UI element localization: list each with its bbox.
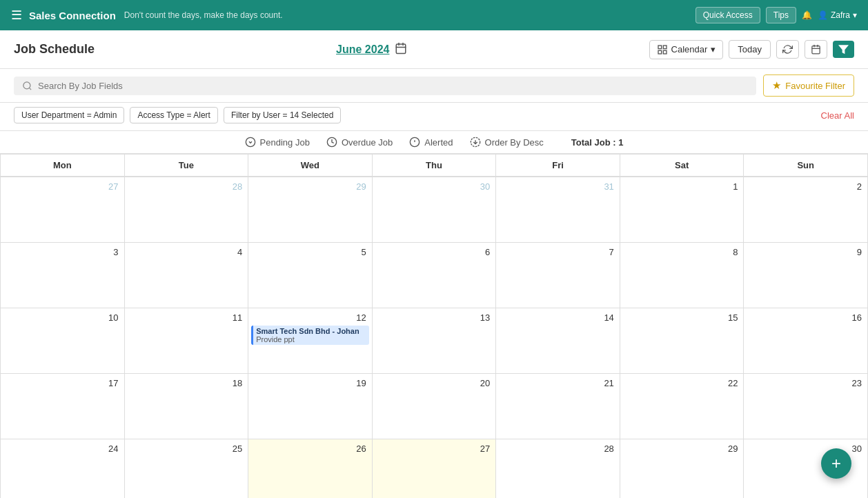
calendar-date[interactable]: 24	[3, 442, 121, 455]
calendar-date[interactable]: 11	[128, 311, 246, 324]
calendar-date[interactable]: 22	[623, 377, 741, 390]
calendar-date[interactable]: 18	[128, 377, 246, 390]
calendar-date[interactable]: 12	[251, 311, 369, 324]
alerted-label: Alerted	[424, 137, 453, 148]
calendar-date[interactable]: 6	[375, 246, 493, 259]
calendar-cell[interactable]: 5	[248, 243, 373, 308]
filter-tag-user[interactable]: Filter by User = 14 Selected	[224, 107, 341, 123]
calendar-date[interactable]: 13	[375, 311, 493, 324]
calendar-cell[interactable]: 12Smart Tech Sdn Bhd - JohanProvide ppt	[248, 308, 373, 374]
calendar-date[interactable]: 1	[623, 180, 741, 193]
calendar-cell[interactable]: 26	[248, 439, 373, 498]
calendar-date[interactable]: 17	[3, 377, 121, 390]
user-menu[interactable]: 👤 Zafra ▾	[818, 10, 857, 20]
favourite-filter-button[interactable]: ★ Favourite Filter	[763, 74, 854, 97]
calendar-cell[interactable]: 4	[125, 243, 249, 308]
calendar-date[interactable]: 9	[747, 246, 865, 259]
calendar-date[interactable]: 28	[128, 180, 246, 193]
today-button[interactable]: Today	[729, 40, 771, 59]
calendar-cell[interactable]: 19	[248, 374, 373, 439]
calendar-cell[interactable]: 2	[744, 177, 868, 243]
calendar-date[interactable]: 15	[623, 311, 741, 324]
calendar-date[interactable]: 31	[499, 180, 617, 193]
calendar-date[interactable]: 27	[3, 180, 121, 193]
filter-tag-department[interactable]: User Department = Admin	[14, 107, 124, 123]
calendar-cell[interactable]: 22	[620, 374, 744, 439]
calendar-date[interactable]: 29	[251, 180, 369, 193]
calendar-date[interactable]: 4	[128, 246, 246, 259]
calendar-date[interactable]: 29	[623, 442, 741, 455]
clear-all-button[interactable]: Clear All	[821, 110, 854, 121]
calendar-date[interactable]: 3	[3, 246, 121, 259]
calendar-header-tue: Tue	[125, 155, 249, 177]
calendar-date[interactable]: 16	[747, 311, 865, 324]
calendar-cell[interactable]: 3	[1, 243, 125, 308]
overdue-job-status: Overdue Job	[326, 137, 393, 148]
calendar-cell[interactable]: 18	[125, 374, 249, 439]
date-nav-button[interactable]	[805, 40, 827, 59]
refresh-button[interactable]	[776, 40, 799, 59]
add-job-fab[interactable]: +	[821, 448, 851, 479]
calendar-date[interactable]: 2	[747, 180, 865, 193]
calendar-date[interactable]: 7	[499, 246, 617, 259]
tips-button[interactable]: Tips	[766, 7, 796, 23]
calendar-cell[interactable]: 29	[248, 177, 373, 243]
calendar-cell[interactable]: 30	[373, 177, 497, 243]
calendar-cell[interactable]: 27	[1, 177, 125, 243]
calendar-cell[interactable]: 14	[496, 308, 620, 374]
calendar-date[interactable]: 14	[499, 311, 617, 324]
calendar-cell[interactable]: 9	[744, 243, 868, 308]
calendar-cell[interactable]: 7	[496, 243, 620, 308]
calendar-cell[interactable]: 15	[620, 308, 744, 374]
calendar-cell[interactable]: 17	[1, 374, 125, 439]
hamburger-icon[interactable]: ☰	[11, 8, 22, 23]
calendar-header-mon: Mon	[1, 155, 125, 177]
event-subtitle: Provide ppt	[256, 335, 366, 343]
event-title: Smart Tech Sdn Bhd - Johan	[256, 327, 366, 335]
calendar-date[interactable]: 26	[251, 442, 369, 455]
calendar-cell[interactable]: 28	[496, 439, 620, 498]
calendar-cell[interactable]: 8	[620, 243, 744, 308]
calendar-date[interactable]: 27	[375, 442, 493, 455]
calendar-cell[interactable]: 29	[620, 439, 744, 498]
search-input-wrap[interactable]	[14, 77, 756, 95]
calendar-cell[interactable]: 16	[744, 308, 868, 374]
filter-button[interactable]	[833, 41, 854, 58]
calendar-date[interactable]: 10	[3, 311, 121, 324]
calendar-cell[interactable]: 25	[125, 439, 249, 498]
search-input[interactable]	[38, 81, 748, 91]
search-bar-row: ★ Favourite Filter	[0, 69, 868, 103]
calendar-event[interactable]: Smart Tech Sdn Bhd - JohanProvide ppt	[251, 326, 369, 345]
filter-tag-access-type[interactable]: Access Type = Alert	[130, 107, 218, 123]
calendar-date[interactable]: 21	[499, 377, 617, 390]
notification-bell[interactable]: 🔔	[802, 10, 812, 20]
calendar-date[interactable]: 5	[251, 246, 369, 259]
calendar-date[interactable]: 19	[251, 377, 369, 390]
calendar-date[interactable]: 23	[747, 377, 865, 390]
calendar-cell[interactable]: 31	[496, 177, 620, 243]
calendar-cell[interactable]: 1	[620, 177, 744, 243]
calendar-cell[interactable]: 10	[1, 308, 125, 374]
calendar-cell[interactable]: 21	[496, 374, 620, 439]
calendar-cell[interactable]: 27	[373, 439, 497, 498]
calendar-cell[interactable]: 24	[1, 439, 125, 498]
calendar-view-button[interactable]: Calendar ▾	[649, 40, 724, 59]
calendar-date[interactable]: 30	[375, 180, 493, 193]
calendar-date[interactable]: 20	[375, 377, 493, 390]
calendar-cell[interactable]: 28	[125, 177, 249, 243]
bell-icon: 🔔	[802, 10, 812, 20]
svg-marker-12	[839, 46, 848, 53]
calendar-date[interactable]: 25	[128, 442, 246, 455]
quick-access-button[interactable]: Quick Access	[696, 7, 760, 23]
calendar-date[interactable]: 28	[499, 442, 617, 455]
calendar-cell[interactable]: 13	[373, 308, 497, 374]
calendar-date[interactable]: 8	[623, 246, 741, 259]
user-name: Zafra	[831, 10, 850, 20]
month-title[interactable]: June 2024	[336, 43, 389, 56]
calendar-cell[interactable]: 11	[125, 308, 249, 374]
pending-job-label: Pending Job	[260, 137, 310, 148]
calendar-cell[interactable]: 6	[373, 243, 497, 308]
calendar-cell[interactable]: 23	[744, 374, 868, 439]
calendar-date-icon[interactable]	[395, 42, 407, 57]
calendar-cell[interactable]: 20	[373, 374, 497, 439]
